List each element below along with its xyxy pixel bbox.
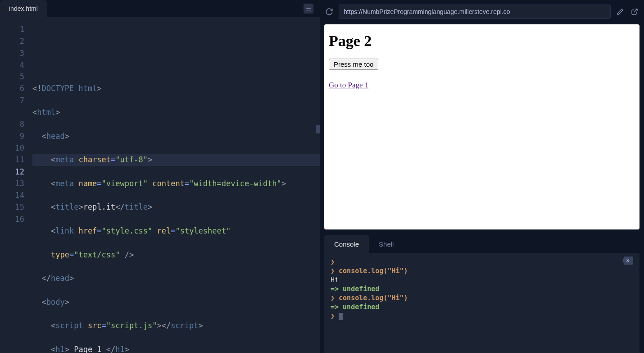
code-editor[interactable]: 1 2 3 4 5 6 7 8 9 10 11 12 13 14 15 16 <… bbox=[0, 17, 320, 353]
browser-toolbar bbox=[324, 4, 639, 20]
console-body[interactable]: ❯ ❯ console.log("Hi") Hi => undefined ❯ … bbox=[324, 253, 639, 353]
editor-tab-bar: index.html bbox=[0, 0, 320, 17]
console-line: Hi bbox=[331, 275, 633, 284]
clear-console-icon[interactable] bbox=[622, 257, 633, 265]
svg-rect-2 bbox=[306, 10, 310, 10]
console-line: ❯ console.log("Hi") bbox=[331, 266, 633, 275]
preview-console-pane: Page 2 Press me too Go to Page 1 Console… bbox=[320, 0, 644, 353]
refresh-icon[interactable] bbox=[324, 7, 334, 17]
svg-rect-1 bbox=[306, 8, 310, 9]
console-line: ❯ bbox=[331, 257, 633, 266]
url-input[interactable] bbox=[339, 5, 611, 19]
tab-shell[interactable]: Shell bbox=[369, 235, 404, 253]
console-line: ❯ bbox=[331, 312, 633, 321]
go-to-page-1-link[interactable]: Go to Page 1 bbox=[329, 81, 368, 90]
tab-console[interactable]: Console bbox=[324, 235, 369, 253]
preview-heading: Page 2 bbox=[329, 32, 635, 50]
console-cursor bbox=[339, 313, 343, 320]
editor-pane: index.html 1 2 3 4 5 6 7 8 9 10 11 12 13… bbox=[0, 0, 320, 353]
code-content-area[interactable]: <!DOCTYPE html> <html> <head> <meta char… bbox=[32, 17, 320, 353]
svg-rect-0 bbox=[306, 7, 310, 7]
console-line: => undefined bbox=[331, 303, 633, 312]
console-line: => undefined bbox=[331, 284, 633, 293]
console-line: ❯ console.log("Hi") bbox=[331, 293, 633, 303]
press-me-too-button[interactable]: Press me too bbox=[329, 59, 378, 70]
console-tabs: Console Shell bbox=[324, 235, 639, 253]
console-area: Console Shell ❯ ❯ console.log("Hi") Hi =… bbox=[324, 235, 639, 353]
file-tab-index-html[interactable]: index.html bbox=[0, 0, 47, 17]
open-external-icon[interactable] bbox=[630, 7, 639, 17]
line-number-gutter: 1 2 3 4 5 6 7 8 9 10 11 12 13 14 15 16 bbox=[0, 17, 32, 353]
edit-icon[interactable] bbox=[615, 7, 625, 17]
preview-frame: Page 2 Press me too Go to Page 1 bbox=[324, 24, 639, 229]
editor-menu-icon[interactable] bbox=[304, 4, 313, 14]
